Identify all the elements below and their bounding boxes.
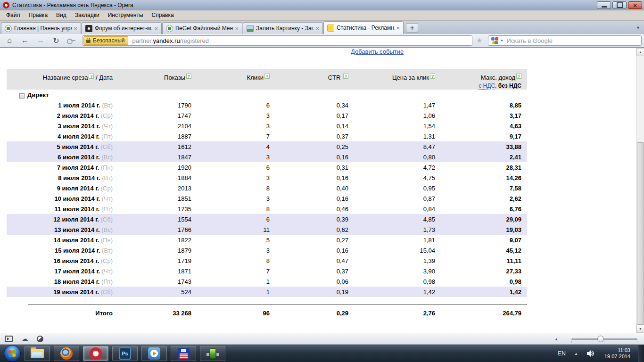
search-input[interactable] xyxy=(506,37,638,44)
opera-turbo-icon[interactable] xyxy=(37,336,43,342)
hidden-icons-arrow-icon[interactable]: ▲ xyxy=(574,352,578,356)
cell-ctr: 0,16 xyxy=(270,193,348,204)
start-button[interactable] xyxy=(4,345,21,362)
search-engine-caret-icon[interactable]: ▼ xyxy=(500,39,504,43)
bookmark-star-icon[interactable]: ★ xyxy=(476,36,482,45)
taskbar-photoshop-button[interactable]: Ps xyxy=(112,346,138,361)
url-path: /registered xyxy=(180,37,209,44)
reload-icon[interactable]: ↻ xyxy=(50,36,62,45)
page-scrollbar[interactable]: ▲ ▼ xyxy=(636,48,644,333)
tab-close-icon[interactable]: × xyxy=(314,25,321,32)
browser-tab[interactable]: Залить Картинку - Заг...× xyxy=(243,22,323,34)
search-box[interactable]: ▼ xyxy=(488,35,642,46)
table-row: 18 июля 2014 г. (Пт)174310,060,980,98 xyxy=(7,276,527,287)
restore-button[interactable] xyxy=(612,1,627,9)
cell-date: 15 июля 2014 г. (Вт) xyxy=(7,245,113,255)
cell-cpc: 0,84 xyxy=(348,204,435,214)
browser-tab[interactable]: Статистика - Рекламн...× xyxy=(323,21,404,34)
menu-edit[interactable]: Правка xyxy=(25,10,52,20)
scroll-up-icon[interactable]: ▲ xyxy=(636,48,644,56)
lock-icon xyxy=(86,40,91,43)
scroll-down-icon[interactable]: ▼ xyxy=(636,325,644,333)
cell-income: 19,03 xyxy=(435,224,527,235)
home-icon[interactable]: ⌂ xyxy=(3,36,16,45)
new-tab-button[interactable]: + xyxy=(406,23,418,33)
taskbar-mediaplayer-button[interactable] xyxy=(141,346,167,361)
menu-tools[interactable]: Инструменты xyxy=(104,10,148,20)
scrollbar-thumb[interactable] xyxy=(637,142,644,325)
cell-clicks: 11 xyxy=(191,224,270,235)
tab-close-icon[interactable]: × xyxy=(395,25,401,32)
tab-close-icon[interactable]: × xyxy=(233,25,240,32)
help-icon[interactable]: ? xyxy=(264,74,270,79)
group-row-direct: −Директ xyxy=(7,90,527,100)
language-indicator[interactable]: EN xyxy=(558,350,566,357)
url-text[interactable]: partner.yandex.ru/registered xyxy=(132,37,209,44)
menu-bookmarks[interactable]: Закладки xyxy=(71,10,104,20)
address-bar[interactable]: Безопасный partner.yandex.ru/registered xyxy=(82,35,472,46)
cell-shows: 1735 xyxy=(113,204,191,214)
tab-close-icon[interactable]: × xyxy=(72,25,79,32)
back-icon[interactable]: ← xyxy=(19,36,31,45)
cell-clicks: 8 xyxy=(191,255,270,266)
taskbar-opera-button[interactable] xyxy=(83,346,108,361)
show-desktop-button[interactable] xyxy=(638,345,644,362)
volume-icon[interactable] xyxy=(586,350,595,357)
cell-shows: 1879 xyxy=(113,245,191,255)
menu-view[interactable]: Вид xyxy=(52,10,71,20)
cell-ctr: 0,34 xyxy=(270,100,348,110)
cell-income: 2,62 xyxy=(435,193,527,204)
opera-logo-icon xyxy=(3,2,9,8)
table-row: 16 июля 2014 г. (Ср)171980,471,3911,11 xyxy=(7,255,527,266)
help-icon[interactable]: ? xyxy=(430,74,435,79)
menu-help[interactable]: Справка xyxy=(148,10,178,20)
opera-link-cloud-icon[interactable]: ☁ xyxy=(21,334,28,344)
tab-strip: Главная | Панель упра...×eФорум об интер… xyxy=(1,21,404,34)
zoom-menu-icon[interactable]: ▲ xyxy=(554,337,558,341)
cell-clicks: 6 xyxy=(191,100,270,110)
taskbar-firefox-button[interactable] xyxy=(54,346,79,361)
taskbar-uploader-button[interactable] xyxy=(200,346,225,361)
taskbar-floppy-button[interactable] xyxy=(171,346,196,361)
add-event-link[interactable]: Добавить событие xyxy=(351,48,404,55)
security-badge[interactable]: Безопасный xyxy=(83,36,128,45)
cell-date: 11 июля 2014 г. (Пт) xyxy=(7,204,113,214)
cell-shows: 1747 xyxy=(113,110,191,121)
totals-separator xyxy=(7,297,527,305)
tab-title: BeGet Файловый Мен... xyxy=(175,25,233,32)
cell-date: 7 июля 2014 г. (Пн) xyxy=(7,162,113,173)
browser-tab[interactable]: eФорум об интернет-м...× xyxy=(82,22,162,34)
cell-ctr: 0,06 xyxy=(270,276,348,287)
cell-date: 9 июля 2014 г. (Ср) xyxy=(7,183,113,193)
close-button[interactable]: × xyxy=(628,1,642,9)
cell-cpc: 1,54 xyxy=(348,121,435,131)
taskbar-explorer-button[interactable] xyxy=(25,346,50,361)
cell-ctr: 0,40 xyxy=(270,183,348,193)
browser-tab[interactable]: Главная | Панель упра...× xyxy=(1,22,81,34)
password-key-icon[interactable] xyxy=(67,38,76,43)
cell-shows: 1871 xyxy=(113,266,191,276)
tab-close-icon[interactable]: × xyxy=(153,25,159,32)
help-icon[interactable]: ? xyxy=(89,74,94,79)
help-icon[interactable]: ? xyxy=(186,74,191,79)
photoshop-icon: Ps xyxy=(119,347,131,360)
cell-ctr: 0,14 xyxy=(270,121,348,131)
vat-toggle-link[interactable]: с НДС xyxy=(479,82,495,90)
panels-toggle-icon[interactable] xyxy=(5,336,13,342)
help-icon[interactable]: ? xyxy=(343,74,348,79)
collapse-icon[interactable]: − xyxy=(19,93,25,99)
tab-title: Статистика - Рекламн... xyxy=(337,25,395,31)
help-icon[interactable]: ? xyxy=(516,74,521,79)
clock[interactable]: 11:03 19.07.2014 xyxy=(604,347,630,360)
cell-cpc: 4,72 xyxy=(348,162,435,173)
menu-file[interactable]: Файл xyxy=(2,10,25,20)
zoom-slider-thumb[interactable] xyxy=(597,336,604,342)
forward-icon[interactable]: → xyxy=(34,36,47,45)
minimize-button[interactable] xyxy=(597,1,611,9)
tab-title: Залить Картинку - Заг... xyxy=(256,25,314,32)
browser-tab[interactable]: BeGet Файловый Мен...× xyxy=(162,22,242,34)
tabs-overflow-icon[interactable]: ▼ xyxy=(636,25,640,30)
zoom-slider[interactable] xyxy=(571,338,637,340)
total-label: Итого xyxy=(7,305,113,321)
table-row: 12 июля 2014 г. (Сб)155460,394,8529,09 xyxy=(7,214,527,224)
